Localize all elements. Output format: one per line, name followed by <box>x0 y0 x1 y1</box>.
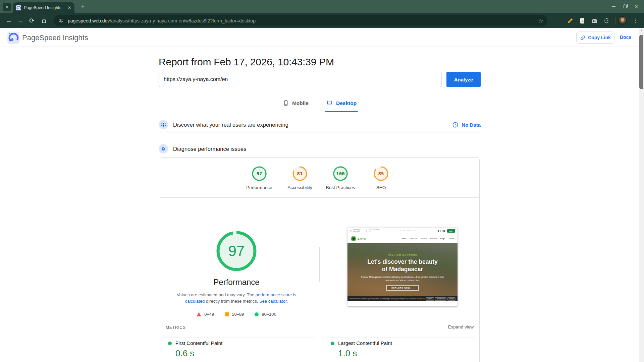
svg-text:81: 81 <box>297 171 303 176</box>
url-bar[interactable]: pagespeed.web.dev/analysis/https-zaya-y-… <box>54 15 547 26</box>
page-title[interactable]: PageSpeed Insights <box>22 34 88 42</box>
back-icon[interactable]: ← <box>4 13 14 28</box>
green-dot-icon <box>331 342 334 345</box>
expand-view-button[interactable]: Expand view <box>448 324 474 329</box>
thumb-subline: Explore Madagascar's most breathtaking d… <box>360 276 445 282</box>
red-triangle-icon <box>197 312 201 316</box>
thumb-privacy-link: Privacy Policy <box>417 298 425 300</box>
profile-avatar[interactable] <box>617 13 628 28</box>
analyze-button[interactable]: Analyze <box>446 72 481 87</box>
form-factor-tabs: Mobile Desktop <box>159 97 481 112</box>
mobile-phone-icon <box>283 100 289 106</box>
lighthouse-report-card: 97 Performance 81 Accessibility 100 Best… <box>160 157 480 362</box>
legend-good: 90–100 <box>255 312 276 317</box>
discover-section-row[interactable]: Discover what your real users are experi… <box>159 117 481 132</box>
scrollbar-thumb[interactable] <box>639 35 643 89</box>
score-legend: 0–49 50–89 90–100 <box>169 312 304 317</box>
thumb-navbar: ZAYA HomeAbout usDiscoverServicesBlogsCo… <box>347 234 458 243</box>
tab-search-chevron-icon[interactable]: ∨ <box>3 3 11 11</box>
thumb-login-button: Login <box>447 229 455 233</box>
info-icon <box>452 122 459 128</box>
browser-menu-kebab-icon[interactable]: ⋮ <box>630 13 641 28</box>
no-data-status[interactable]: No Data <box>452 122 481 128</box>
tab-close-icon[interactable]: ✕ <box>68 5 71 10</box>
orange-square-icon <box>225 312 229 316</box>
tab-desktop-label: Desktop <box>336 100 357 106</box>
camera-extension-icon[interactable] <box>589 13 600 28</box>
performance-gauge: 97 <box>215 230 258 273</box>
window-minimize-button[interactable] <box>609 2 618 11</box>
metric-divider <box>162 361 315 361</box>
metrics-heading: METRICS <box>166 325 186 330</box>
url-text[interactable]: pagespeed.web.dev/analysis/https-zaya-y-… <box>68 18 256 23</box>
green-dot-icon <box>168 342 172 345</box>
browser-tab-strip: ∨ PageSpeed Insights ✕ + ✕ <box>0 0 644 13</box>
browser-toolbar: ← → ⟳ pagespeed.web.dev/analysis/https-z… <box>0 13 644 28</box>
flag-fr-icon <box>438 230 441 232</box>
legend-poor: 0–49 <box>197 312 214 317</box>
green-circle-icon <box>255 312 259 316</box>
tab-mobile[interactable]: Mobile <box>281 97 310 112</box>
window-restore-button[interactable] <box>621 2 629 11</box>
thumb-top-center: ITINERARIES <box>381 230 436 232</box>
home-icon[interactable] <box>39 13 49 28</box>
zaya-logo-icon <box>351 236 356 241</box>
extensions-puzzle-icon[interactable] <box>601 13 612 28</box>
real-users-icon <box>159 120 168 129</box>
thumb-explore-button: EXPLORE NOW → <box>386 285 419 291</box>
toolbar-divider <box>615 17 616 24</box>
desktop-laptop-icon <box>326 100 333 106</box>
svg-text:85: 85 <box>378 171 384 176</box>
metric-divider <box>324 361 476 361</box>
psi-logo-icon[interactable] <box>7 32 19 44</box>
tab-desktop[interactable]: Desktop <box>325 97 358 112</box>
site-screenshot-thumbnail[interactable]: ✉ contact@y-naya.com ✆ +261 34 08 533 71… <box>347 228 458 306</box>
thumb-hero: TOURISM NETWORK Let's discover the beaut… <box>347 243 458 301</box>
page-scrollbar[interactable]: ▲ <box>639 28 644 362</box>
thumb-topbar: ✉ contact@y-naya.com ✆ +261 34 08 533 71… <box>347 228 458 234</box>
link-icon <box>580 35 586 41</box>
performance-heading: Performance <box>186 278 287 287</box>
docs-link[interactable]: Docs <box>620 35 631 40</box>
diagnose-gauge-icon <box>159 144 168 154</box>
tab-mobile-label: Mobile <box>292 100 309 106</box>
thumb-email: contact@y-naya.com <box>353 229 364 233</box>
bookmark-star-icon[interactable]: ☆ <box>538 17 543 24</box>
report-title: Report from Feb 17, 2026, 10:43:39 PM <box>159 56 334 68</box>
tab-title: PageSpeed Insights <box>24 5 66 10</box>
reload-icon[interactable]: ⟳ <box>27 13 37 28</box>
metric-divider <box>162 338 315 338</box>
browser-tab[interactable]: PageSpeed Insights ✕ <box>13 2 74 13</box>
card-divider <box>160 197 479 198</box>
zaya-brand: ZAYA <box>358 237 367 240</box>
new-tab-button[interactable]: + <box>78 2 87 11</box>
discover-label: Discover what your real users are experi… <box>173 122 288 128</box>
score-performance[interactable]: 97 Performance <box>239 166 279 190</box>
thumb-kicker: TOURISM NETWORK <box>347 243 458 256</box>
see-calculator-link[interactable]: See calculator <box>259 299 287 304</box>
tab-favicon-psi-icon <box>16 5 21 10</box>
legend-average: 50–89 <box>225 312 244 317</box>
report-content: Report from Feb 17, 2026, 10:43:39 PM An… <box>159 28 481 362</box>
thumb-phone: +261 34 08 533 71 <box>369 229 380 233</box>
pencil-extension-icon[interactable] <box>565 13 576 28</box>
flag-mg-icon <box>442 230 445 232</box>
forward-icon[interactable]: → <box>15 13 25 28</box>
no-data-label: No Data <box>462 122 481 128</box>
score-accessibility[interactable]: 81 Accessibility <box>280 166 320 190</box>
thumb-cookie-bar: We use cookies to improve your experienc… <box>347 296 458 301</box>
metric-divider <box>324 338 476 338</box>
screenshot-extension-icon[interactable] <box>577 13 588 28</box>
performance-gauge-value: 97 <box>215 230 258 273</box>
scrollbar-up-icon[interactable]: ▲ <box>639 29 644 32</box>
window-close-button[interactable]: ✕ <box>632 2 641 11</box>
thumb-nav-menu: HomeAbout usDiscoverServicesBlogsContact <box>401 238 454 240</box>
score-best-practices[interactable]: 100 Best Practices <box>320 166 361 190</box>
thumb-headline: Let's discover the beauty of Madagascar <box>364 258 441 273</box>
vertical-divider <box>319 247 320 282</box>
analyze-url-input[interactable] <box>159 72 441 87</box>
site-settings-icon[interactable] <box>58 18 64 23</box>
score-seo[interactable]: 85 SEO <box>361 166 401 190</box>
active-tab-underline <box>325 111 358 112</box>
copy-link-button[interactable]: Copy Link <box>576 32 614 44</box>
